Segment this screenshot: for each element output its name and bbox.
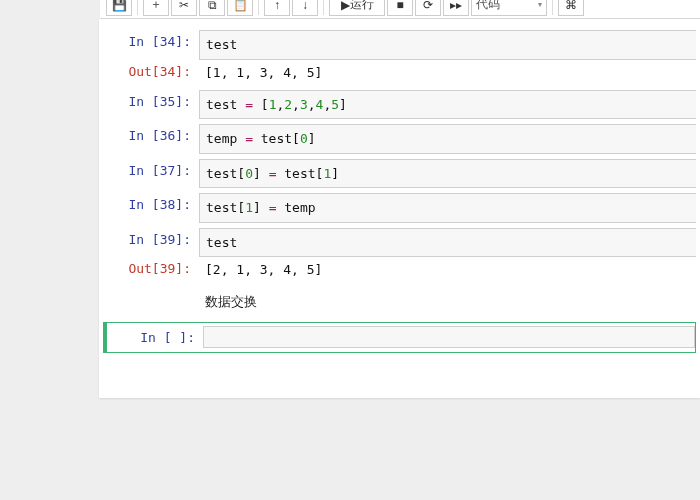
separator: [552, 0, 553, 15]
cell-output: [2, 1, 3, 4, 5]: [199, 257, 696, 282]
in-prompt: In [37]:: [103, 159, 199, 182]
restart-icon[interactable]: ⟳: [415, 0, 441, 16]
celltype-select[interactable]: 代码 ▾: [471, 0, 547, 16]
separator: [258, 0, 259, 15]
cell-empty-active[interactable]: In [ ]:: [103, 322, 696, 353]
notebook: In [34]: test Out[34]: [1, 1, 3, 4, 5] I…: [99, 19, 700, 398]
in-prompt: In [39]:: [103, 228, 199, 251]
out-prompt: Out[39]:: [103, 257, 199, 280]
cell-39[interactable]: In [39]: test Out[39]: [2, 1, 3, 4, 5]: [103, 228, 696, 283]
out-prompt: Out[34]:: [103, 60, 199, 83]
copy-icon[interactable]: ⧉: [199, 0, 225, 16]
fast-forward-icon[interactable]: ▸▸: [443, 0, 469, 16]
chevron-down-icon: ▾: [538, 0, 542, 9]
in-prompt: In [38]:: [103, 193, 199, 216]
in-prompt: In [34]:: [103, 30, 199, 53]
cell-34[interactable]: In [34]: test Out[34]: [1, 1, 3, 4, 5]: [103, 30, 696, 85]
cell-35[interactable]: In [35]: test = [1,2,3,4,5]: [103, 90, 696, 120]
code-input[interactable]: test: [199, 228, 696, 258]
paste-icon[interactable]: 📋: [227, 0, 253, 16]
code-input[interactable]: test = [1,2,3,4,5]: [199, 90, 696, 120]
in-prompt: In [36]:: [103, 124, 199, 147]
toolbar: 💾 ＋ ✂ ⧉ 📋 ↑ ↓ ▶ 运行 ■ ⟳ ▸▸ 代码 ▾ ⌘: [100, 0, 700, 19]
code-input[interactable]: test: [199, 30, 696, 60]
cell-38[interactable]: In [38]: test[1] = temp: [103, 193, 696, 223]
markdown-text: 数据交换: [199, 287, 696, 317]
cut-icon[interactable]: ✂: [171, 0, 197, 16]
separator: [137, 0, 138, 15]
in-prompt: In [ ]:: [107, 326, 203, 349]
empty-prompt: [103, 287, 199, 295]
code-input[interactable]: test[1] = temp: [199, 193, 696, 223]
move-down-icon[interactable]: ↓: [292, 0, 318, 16]
in-prompt: In [35]:: [103, 90, 199, 113]
save-icon[interactable]: 💾: [106, 0, 132, 16]
cell-output: [1, 1, 3, 4, 5]: [199, 60, 696, 85]
code-input[interactable]: [203, 326, 695, 348]
cell-37[interactable]: In [37]: test[0] = test[1]: [103, 159, 696, 189]
move-up-icon[interactable]: ↑: [264, 0, 290, 16]
celltype-label: 代码: [476, 0, 500, 13]
run-button[interactable]: ▶ 运行: [329, 0, 385, 16]
command-palette-icon[interactable]: ⌘: [558, 0, 584, 16]
cell-36[interactable]: In [36]: temp = test[0]: [103, 124, 696, 154]
add-cell-icon[interactable]: ＋: [143, 0, 169, 16]
stop-icon[interactable]: ■: [387, 0, 413, 16]
code-input[interactable]: test[0] = test[1]: [199, 159, 696, 189]
markdown-cell[interactable]: 数据交换: [103, 287, 696, 317]
separator: [323, 0, 324, 15]
code-input[interactable]: temp = test[0]: [199, 124, 696, 154]
